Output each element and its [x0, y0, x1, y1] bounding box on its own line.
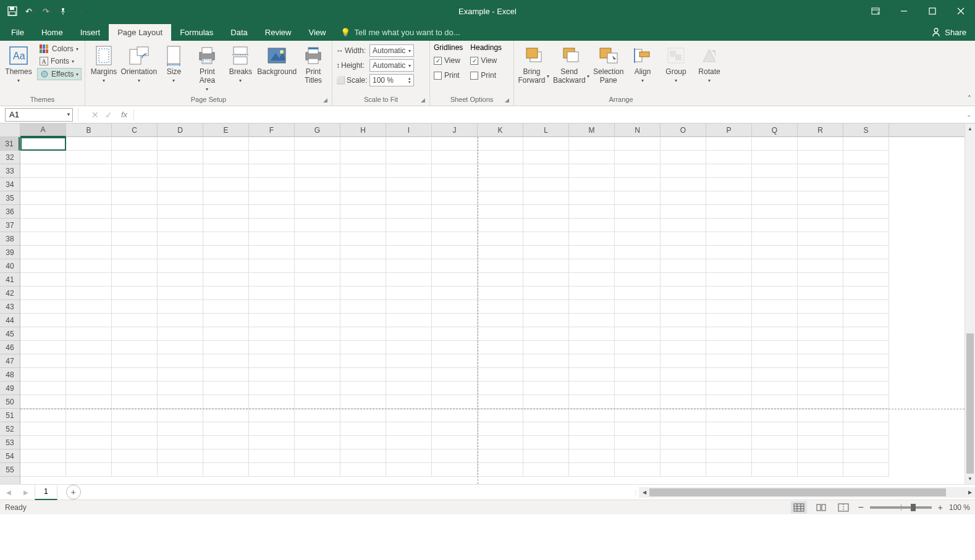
cell[interactable] — [478, 259, 523, 273]
cell[interactable] — [752, 436, 798, 449]
cell[interactable] — [478, 382, 523, 395]
cell[interactable] — [66, 449, 112, 463]
tab-file[interactable]: File — [2, 24, 33, 41]
cell[interactable] — [340, 246, 386, 259]
cell[interactable] — [706, 286, 752, 300]
cell[interactable] — [20, 382, 66, 395]
cell[interactable] — [523, 259, 569, 273]
fonts-button[interactable]: AFonts ▾ — [37, 56, 82, 67]
cell[interactable] — [386, 368, 432, 382]
cell[interactable] — [569, 449, 615, 463]
cell[interactable] — [843, 178, 889, 191]
cell[interactable] — [66, 327, 112, 341]
cell[interactable] — [340, 341, 386, 354]
cell[interactable] — [112, 137, 158, 151]
column-header[interactable]: J — [432, 123, 478, 137]
cell[interactable] — [203, 151, 249, 164]
scroll-up-icon[interactable]: ▲ — [965, 123, 975, 134]
cell[interactable] — [386, 409, 432, 422]
cell[interactable] — [843, 382, 889, 395]
cell[interactable] — [478, 246, 523, 259]
cell[interactable] — [615, 178, 661, 191]
cell[interactable] — [20, 449, 66, 463]
cell[interactable] — [66, 259, 112, 273]
cell[interactable] — [478, 327, 523, 341]
cell[interactable] — [249, 232, 295, 246]
cell[interactable] — [295, 246, 340, 259]
cell[interactable] — [615, 368, 661, 382]
zoom-in-icon[interactable]: + — [938, 503, 943, 512]
row-header[interactable]: 35 — [0, 191, 20, 205]
cell[interactable] — [752, 341, 798, 354]
size-button[interactable]: Size▾ — [159, 43, 188, 85]
cell[interactable] — [478, 300, 523, 314]
cell[interactable] — [432, 327, 478, 341]
cell[interactable] — [706, 341, 752, 354]
orientation-button[interactable]: Orientation▾ — [122, 43, 155, 85]
cell[interactable] — [386, 151, 432, 164]
sheet-options-launcher-icon[interactable]: ◢ — [505, 97, 511, 103]
cell[interactable] — [843, 232, 889, 246]
cell[interactable] — [661, 422, 706, 436]
cell[interactable] — [752, 354, 798, 368]
cell[interactable] — [752, 463, 798, 477]
cell[interactable] — [249, 409, 295, 422]
cell[interactable] — [661, 164, 706, 178]
cell[interactable] — [203, 178, 249, 191]
cell[interactable] — [112, 395, 158, 409]
cell[interactable] — [661, 219, 706, 232]
cell[interactable] — [386, 246, 432, 259]
cell[interactable] — [158, 286, 203, 300]
cell[interactable] — [432, 232, 478, 246]
cell[interactable] — [706, 232, 752, 246]
cell[interactable] — [569, 341, 615, 354]
column-header[interactable]: Q — [752, 123, 798, 137]
cell[interactable] — [112, 178, 158, 191]
cell[interactable] — [569, 354, 615, 368]
cell[interactable] — [843, 259, 889, 273]
cell[interactable] — [158, 436, 203, 449]
cell[interactable] — [432, 273, 478, 286]
cell[interactable] — [20, 178, 66, 191]
row-header[interactable]: 42 — [0, 286, 20, 300]
maximize-button[interactable] — [918, 0, 947, 22]
scale-launcher-icon[interactable]: ◢ — [421, 97, 427, 103]
cell[interactable] — [706, 246, 752, 259]
cell[interactable] — [798, 286, 843, 300]
cell[interactable] — [340, 409, 386, 422]
cell[interactable] — [615, 409, 661, 422]
cell[interactable] — [112, 463, 158, 477]
column-header[interactable]: K — [478, 123, 523, 137]
zoom-level[interactable]: 100 % — [949, 503, 970, 512]
cell[interactable] — [340, 382, 386, 395]
cell[interactable] — [661, 273, 706, 286]
cell[interactable] — [386, 422, 432, 436]
row-header[interactable]: 44 — [0, 314, 20, 327]
cell[interactable] — [386, 178, 432, 191]
cell[interactable] — [798, 232, 843, 246]
cell[interactable] — [203, 327, 249, 341]
cell[interactable] — [158, 368, 203, 382]
chevron-down-icon[interactable]: ▼ — [66, 112, 71, 117]
cell[interactable] — [112, 232, 158, 246]
scroll-right-icon[interactable]: ▶ — [964, 487, 975, 498]
cell[interactable] — [478, 164, 523, 178]
send-backward-button[interactable]: Send Backward ▾ — [553, 43, 589, 86]
cell[interactable] — [203, 191, 249, 205]
cell[interactable] — [432, 246, 478, 259]
column-header[interactable]: N — [615, 123, 661, 137]
cell[interactable] — [569, 259, 615, 273]
cell[interactable] — [569, 219, 615, 232]
undo-icon[interactable]: ↶▾ — [23, 5, 36, 17]
cell[interactable] — [295, 341, 340, 354]
cell[interactable] — [386, 164, 432, 178]
column-header[interactable]: F — [249, 123, 295, 137]
cell[interactable] — [249, 327, 295, 341]
column-header[interactable]: H — [340, 123, 386, 137]
page-break-view-icon[interactable] — [835, 501, 851, 514]
cell[interactable] — [20, 409, 66, 422]
cell[interactable] — [386, 273, 432, 286]
headings-view-checkbox[interactable]: ✓View — [470, 54, 502, 67]
cell[interactable] — [249, 422, 295, 436]
cell[interactable] — [249, 341, 295, 354]
